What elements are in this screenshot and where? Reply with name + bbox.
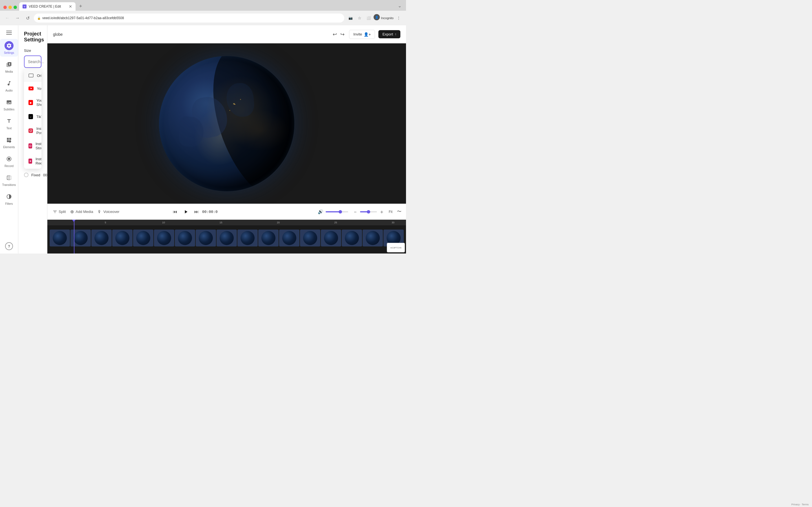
export-button[interactable]: Export ↑ [378, 30, 400, 38]
timeline-thumb-10[interactable] [238, 230, 258, 246]
timeline-thumb-4[interactable] [112, 230, 133, 246]
instagram-story-label: Instagram Story [36, 142, 42, 150]
voiceover-button[interactable]: 🎙 Voiceover [96, 209, 120, 215]
zoom-slider[interactable] [360, 211, 377, 212]
redo-button[interactable]: ↪ [339, 30, 346, 39]
dropdown-item-instagram-reel[interactable]: Instagram Reel (9:16) [24, 154, 42, 169]
fixed-label: Fixed [31, 173, 40, 177]
more-options-icon[interactable]: ⋮ [395, 14, 403, 22]
marker-25: 25 [335, 221, 337, 224]
earth-glow [159, 56, 294, 191]
zoom-out-button[interactable]: － [353, 209, 358, 215]
export-label: Export [382, 32, 393, 36]
volume-thumb [339, 210, 342, 214]
timeline-thumb-8[interactable] [196, 230, 216, 246]
back-button[interactable]: ← [3, 14, 11, 22]
sidebar-item-subtitles[interactable]: Subtitles [0, 96, 18, 113]
dropdown-item-instagram-post[interactable]: Instagram Post (1:1) [24, 123, 42, 138]
tiktok-label: TikTok [36, 115, 42, 119]
timeline-thumb-5[interactable] [133, 230, 153, 246]
tab-bar: V VEED CREATE | Edit ✕ + ⌄ [0, 0, 406, 11]
recaptcha-text: reCAPTCHA [390, 247, 402, 249]
dropdown-item-tiktok[interactable]: ♪ TikTok (9:16) [24, 110, 42, 123]
dropdown-item-youtube-short[interactable]: ▶ YouTube Short (9:16) [24, 95, 42, 110]
dropdown-item-instagram-story[interactable]: Instagram Story (9:16) [24, 138, 42, 154]
sidebar-item-elements[interactable]: Elements [0, 133, 18, 151]
timeline-thumb-12[interactable] [279, 230, 299, 246]
search-input[interactable] [28, 59, 47, 64]
timeline-thumb-1[interactable] [50, 230, 70, 246]
project-name: globe [53, 32, 328, 37]
sidebar-item-media[interactable]: Media [0, 58, 18, 75]
sidebar-item-record[interactable]: Record [0, 152, 18, 170]
recaptcha-widget[interactable]: reCAPTCHA [387, 243, 405, 252]
record-icon [4, 154, 13, 163]
size-label: Size [24, 48, 42, 53]
split-button[interactable]: Split [52, 209, 67, 215]
timeline-thumb-16[interactable] [363, 230, 383, 246]
timeline-thumb-9[interactable] [216, 230, 237, 246]
timeline-thumb-11[interactable] [258, 230, 278, 246]
fixed-size-option[interactable]: Fixed 00:30.5 [24, 169, 42, 180]
invite-button[interactable]: Invite 👤+ [349, 30, 375, 39]
filters-label: Filters [5, 202, 13, 205]
help-button[interactable]: ? [5, 242, 13, 250]
address-bar[interactable]: 🔒 veed.io/edit/abcb1297-5a01-4d77-b2aa-a… [34, 13, 344, 22]
youtube-short-label: YouTube Short [36, 98, 42, 107]
zoom-in-button[interactable]: ＋ [379, 209, 384, 215]
timeline-thumb-3[interactable] [91, 230, 112, 246]
new-tab-button[interactable]: + [77, 2, 85, 10]
forward-button[interactable]: → [13, 14, 21, 22]
sidebar-item-settings[interactable]: Settings [0, 39, 18, 57]
sidebar-item-audio[interactable]: Audio [0, 76, 18, 94]
mic-icon: 🎙 [98, 210, 101, 214]
close-window-btn[interactable] [3, 6, 7, 9]
reload-button[interactable]: ↺ [24, 14, 32, 22]
volume-slider[interactable] [326, 211, 348, 212]
bookmark-icon[interactable]: ☆ [356, 14, 363, 22]
add-icon: ⊕ [70, 209, 74, 214]
timeline-thumb-6[interactable] [154, 230, 174, 246]
dropdown-item-original[interactable]: Original (16:9) [24, 69, 42, 82]
volume-icon[interactable]: 🔊 [318, 209, 323, 214]
undo-button[interactable]: ↩ [332, 30, 338, 39]
left-panel: Project Settings Size ▼ Original (16:9) [18, 25, 47, 253]
toolbar-actions: 📷 ☆ ⬜ 👤 Incognito ⋮ [347, 14, 403, 22]
fixed-radio[interactable] [24, 173, 29, 177]
sidebar-item-filters[interactable]: Filters [0, 190, 18, 208]
camera-icon[interactable]: 📷 [347, 14, 354, 22]
play-button[interactable] [181, 207, 191, 217]
fit-button[interactable]: Fit [387, 209, 395, 215]
timeline-track [47, 225, 406, 251]
timeline-thumb-13[interactable] [300, 230, 320, 246]
active-tab[interactable]: V VEED CREATE | Edit ✕ [19, 2, 75, 11]
extensions-icon[interactable]: ⬜ [364, 14, 372, 22]
add-media-button[interactable]: ⊕ Add Media [69, 208, 94, 216]
playhead[interactable] [74, 220, 74, 253]
timeline-thumb-15[interactable] [342, 230, 362, 246]
text-icon [4, 117, 13, 126]
url-text: veed.io/edit/abcb1297-5a01-4d77-b2aa-a83… [42, 16, 124, 20]
split-label: Split [59, 210, 66, 214]
video-preview [47, 43, 406, 204]
waveform-button[interactable]: 〜 [397, 209, 402, 215]
timeline-thumb-2[interactable] [70, 230, 91, 246]
svg-rect-1 [29, 74, 33, 77]
dropdown-item-youtube[interactable]: YouTube (16:9) [24, 82, 42, 95]
hamburger-menu[interactable] [5, 29, 13, 37]
minimize-window-btn[interactable] [8, 6, 12, 9]
sidebar-item-transitions[interactable]: Transitions [0, 171, 18, 189]
tab-close-icon[interactable]: ✕ [69, 4, 72, 9]
browser-chrome: V VEED CREATE | Edit ✕ + ⌄ ← → ↺ 🔒 veed.… [0, 0, 406, 25]
text-label: Text [6, 127, 11, 130]
more-tabs-icon[interactable]: ⌄ [396, 2, 404, 10]
profile-icon[interactable]: 👤 [373, 14, 380, 20]
timeline-thumb-14[interactable] [321, 230, 341, 246]
fast-forward-button[interactable]: ⏭ [194, 209, 199, 214]
rewind-button[interactable]: ⏮ [173, 209, 177, 214]
sidebar-item-text[interactable]: Text [0, 114, 18, 132]
timeline-thumb-7[interactable] [175, 230, 195, 246]
elements-label: Elements [3, 146, 15, 149]
search-input-wrapper[interactable]: ▼ [24, 55, 42, 68]
maximize-window-btn[interactable] [13, 6, 17, 9]
